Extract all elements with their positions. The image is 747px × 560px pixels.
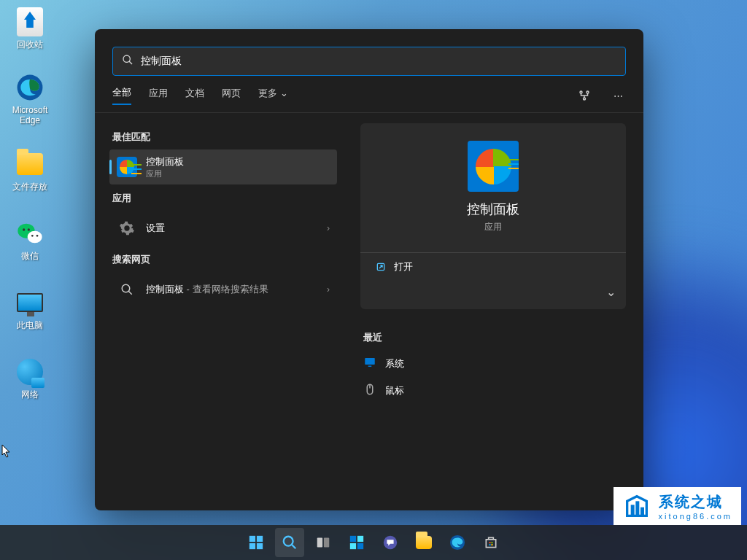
recycle-bin-icon xyxy=(15,7,44,36)
svg-point-6 xyxy=(36,235,39,237)
store-button[interactable] xyxy=(476,528,506,557)
svg-rect-19 xyxy=(249,536,255,542)
chevron-right-icon: › xyxy=(327,223,330,233)
monitor-small-icon xyxy=(363,356,376,371)
tab-more[interactable]: 更多 ⌄ xyxy=(258,87,288,104)
recent-mouse[interactable]: 鼠标 xyxy=(360,377,626,404)
svg-rect-15 xyxy=(365,358,375,365)
svg-rect-33 xyxy=(489,542,491,543)
preview-pane: 控制面板 应用 打开 ⌄ 最近 系统 xyxy=(343,113,643,510)
watermark-logo-icon xyxy=(622,491,651,521)
search-input-container[interactable] xyxy=(112,47,626,76)
svg-rect-39 xyxy=(640,508,644,516)
recent-label: 最近 xyxy=(363,331,623,344)
svg-point-9 xyxy=(580,91,582,93)
svg-point-4 xyxy=(28,228,30,230)
svg-point-10 xyxy=(587,91,589,93)
folder-files[interactable]: 文件存放 xyxy=(4,149,55,192)
group-web: 搜索网页 xyxy=(112,253,334,266)
explorer-button[interactable] xyxy=(409,528,438,557)
results-list: 最佳匹配 控制面板 应用 应用 设置 › 搜索网页 xyxy=(95,113,343,510)
svg-rect-35 xyxy=(489,544,491,545)
start-button[interactable] xyxy=(241,528,271,557)
svg-rect-21 xyxy=(249,543,255,549)
open-button[interactable]: 打开 xyxy=(375,260,413,273)
svg-rect-38 xyxy=(635,501,639,516)
svg-rect-22 xyxy=(257,543,263,549)
gear-icon xyxy=(117,218,137,238)
folder-icon xyxy=(15,149,44,179)
search-panel: 全部 应用 文档 网页 更多 ⌄ ⋯ 最佳匹配 控制面板 应用 应用 设置 xyxy=(95,29,643,510)
edge-button[interactable] xyxy=(443,528,472,557)
edge-shortcut[interactable]: Microsoft Edge xyxy=(4,73,55,126)
flow-icon[interactable] xyxy=(576,88,592,104)
svg-rect-20 xyxy=(257,536,263,542)
chevron-down-icon[interactable]: ⌄ xyxy=(603,284,619,300)
svg-line-8 xyxy=(129,61,132,64)
wechat-shortcut[interactable]: 微信 xyxy=(4,219,55,261)
recycle-bin[interactable]: 回收站 xyxy=(4,7,55,50)
tab-docs[interactable]: 文档 xyxy=(185,87,204,104)
chat-button[interactable] xyxy=(376,528,405,557)
svg-point-3 xyxy=(23,228,25,230)
svg-line-24 xyxy=(292,545,296,549)
tab-web[interactable]: 网页 xyxy=(222,87,241,104)
search-icon xyxy=(117,279,137,300)
this-pc[interactable]: 此电脑 xyxy=(4,288,55,330)
svg-point-11 xyxy=(584,98,586,100)
control-panel-icon xyxy=(468,141,519,192)
preview-card: 控制面板 应用 打开 ⌄ xyxy=(360,123,626,309)
svg-rect-26 xyxy=(324,538,329,548)
svg-rect-37 xyxy=(630,505,634,516)
svg-rect-30 xyxy=(357,543,363,549)
search-input[interactable] xyxy=(141,55,616,67)
search-button[interactable] xyxy=(275,528,304,557)
control-panel-icon xyxy=(117,157,137,177)
task-view-button[interactable] xyxy=(309,528,338,557)
svg-point-2 xyxy=(28,231,42,244)
group-apps: 应用 xyxy=(112,192,334,205)
chevron-down-icon: ⌄ xyxy=(280,88,288,98)
cursor-icon xyxy=(1,444,12,462)
result-control-panel[interactable]: 控制面板 应用 xyxy=(109,149,337,184)
result-settings[interactable]: 设置 › xyxy=(109,211,337,246)
monitor-icon xyxy=(15,288,44,317)
wechat-icon xyxy=(15,219,44,248)
tab-all[interactable]: 全部 xyxy=(112,86,131,105)
svg-point-7 xyxy=(123,55,130,62)
search-icon xyxy=(122,54,133,69)
watermark: 系统之城 xitong86.com xyxy=(614,487,741,525)
result-web-search[interactable]: 控制面板 - 查看网络搜索结果 › xyxy=(109,272,337,307)
edge-icon xyxy=(15,73,44,102)
recent-system[interactable]: 系统 xyxy=(360,350,626,377)
tab-apps[interactable]: 应用 xyxy=(149,87,168,104)
taskbar xyxy=(0,525,747,560)
globe-icon xyxy=(15,357,44,386)
svg-rect-29 xyxy=(350,543,356,549)
svg-rect-34 xyxy=(491,542,492,543)
chevron-right-icon: › xyxy=(327,284,330,295)
network[interactable]: 网络 xyxy=(4,357,55,400)
svg-line-13 xyxy=(128,291,132,295)
svg-rect-16 xyxy=(368,366,372,368)
more-icon[interactable]: ⋯ xyxy=(610,88,626,104)
svg-point-12 xyxy=(122,284,130,292)
widgets-button[interactable] xyxy=(342,528,371,557)
svg-rect-27 xyxy=(350,536,356,542)
svg-point-23 xyxy=(284,537,293,546)
svg-point-5 xyxy=(31,235,34,237)
mouse-icon xyxy=(363,383,376,398)
svg-rect-25 xyxy=(317,538,322,548)
group-best-match: 最佳匹配 xyxy=(112,131,334,144)
svg-rect-36 xyxy=(491,544,492,545)
search-tabs: 全部 应用 文档 网页 更多 ⌄ ⋯ xyxy=(95,76,643,113)
svg-rect-28 xyxy=(357,536,363,542)
